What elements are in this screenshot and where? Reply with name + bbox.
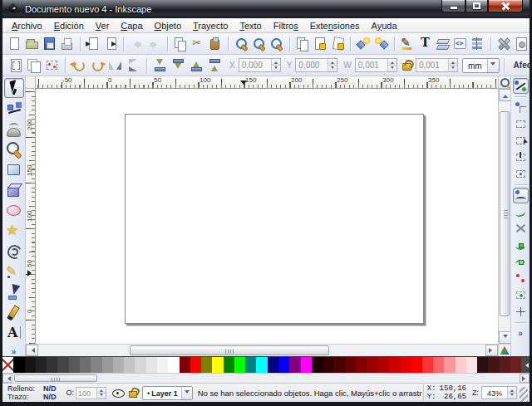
rectangle-button[interactable] xyxy=(4,159,24,179)
palette-swatch[interactable] xyxy=(411,357,421,373)
palette-swatch-none[interactable] xyxy=(2,357,13,373)
zoom-page-button[interactable] xyxy=(268,35,284,53)
sticky-zoom-button[interactable] xyxy=(499,76,510,89)
palette-swatch[interactable] xyxy=(456,357,466,373)
unit-dropdown-button[interactable] xyxy=(487,59,499,72)
palette-swatch[interactable] xyxy=(301,357,312,373)
horizontal-scroll-track[interactable] xyxy=(38,345,485,356)
raise-to-top-button[interactable] xyxy=(206,56,224,75)
menu-edicion[interactable]: Edición xyxy=(48,19,90,32)
menu-capa[interactable]: Capa xyxy=(115,19,148,32)
height-spinner[interactable] xyxy=(448,59,457,71)
selector-button[interactable] xyxy=(4,78,24,98)
snap-object-centers-button[interactable] xyxy=(513,287,529,303)
ungroup-button[interactable] xyxy=(372,35,389,53)
bezier-pen-button[interactable] xyxy=(4,282,24,302)
snap-bbox-button[interactable] xyxy=(513,100,529,115)
palette-swatch[interactable] xyxy=(312,357,323,373)
snap-smooth-nodes-button[interactable] xyxy=(513,254,529,270)
palette-swatch[interactable] xyxy=(256,357,267,373)
palette-swatch[interactable] xyxy=(91,357,101,373)
box3d-button[interactable] xyxy=(4,180,24,200)
save-document-button[interactable] xyxy=(41,35,57,53)
color-managed-view-button[interactable] xyxy=(499,344,510,356)
inkscape-preferences-button[interactable] xyxy=(495,35,512,53)
palette-overflow-button[interactable] xyxy=(521,357,530,373)
zoom-selection-button[interactable] xyxy=(233,35,249,53)
flip-horizontal-button[interactable] xyxy=(106,56,124,75)
palette-scroll-track[interactable] xyxy=(12,374,520,383)
flip-vertical-button[interactable] xyxy=(125,56,142,75)
menu-ver[interactable]: Ver xyxy=(90,19,116,32)
palette-swatch[interactable] xyxy=(444,357,455,373)
width-field[interactable]: 0,001 xyxy=(355,58,397,72)
import-button[interactable] xyxy=(85,35,101,53)
undo-button[interactable] xyxy=(128,35,145,53)
palette-swatch[interactable] xyxy=(356,357,367,373)
palette-swatch[interactable] xyxy=(367,357,377,373)
x-field[interactable]: 0,000 xyxy=(239,58,281,72)
palette-swatch[interactable] xyxy=(500,357,510,373)
opacity-field[interactable]: 100 xyxy=(76,387,106,399)
text-button[interactable] xyxy=(4,323,24,343)
fill-stroke-dialog-button[interactable] xyxy=(399,35,416,53)
calligraphy-button[interactable] xyxy=(4,303,24,323)
snap-cusp-nodes-button[interactable] xyxy=(513,237,529,253)
palette-swatch[interactable] xyxy=(333,357,344,373)
unlink-clone-button[interactable] xyxy=(329,35,346,53)
open-document-button[interactable] xyxy=(23,35,40,53)
palette-swatch[interactable] xyxy=(268,357,278,373)
snap-rotation-centers-button[interactable] xyxy=(513,304,529,320)
layer-lock-icon[interactable] xyxy=(127,387,138,399)
palette-scroll-thumb[interactable] xyxy=(14,374,97,382)
unit-selector[interactable]: mm xyxy=(462,58,500,73)
lower-button[interactable] xyxy=(170,56,187,75)
spiral-button[interactable] xyxy=(4,242,24,262)
snap-midpoints-button[interactable] xyxy=(513,271,529,286)
minimize-button[interactable] xyxy=(441,0,466,12)
scroll-down-button[interactable] xyxy=(499,331,511,344)
menu-objeto[interactable]: Objeto xyxy=(149,19,187,32)
vertical-ruler[interactable]: 200150100500 xyxy=(26,89,36,344)
snap-nodes-button[interactable] xyxy=(513,188,529,203)
print-button[interactable] xyxy=(59,35,76,53)
zoom-field[interactable]: 43% xyxy=(481,386,517,399)
document-page[interactable] xyxy=(125,114,424,324)
document-properties-button[interactable] xyxy=(513,35,530,53)
palette-swatch[interactable] xyxy=(488,357,499,373)
y-spinner[interactable] xyxy=(328,59,337,71)
width-spinner[interactable] xyxy=(387,59,397,71)
height-field[interactable]: 0,001 xyxy=(416,58,458,72)
palette-swatch[interactable] xyxy=(80,357,91,373)
zoom-button[interactable] xyxy=(4,139,24,159)
palette-swatch[interactable] xyxy=(124,357,135,373)
maximize-button[interactable] xyxy=(466,0,488,12)
palette-swatch[interactable] xyxy=(102,357,113,373)
menu-filtros[interactable]: Filtros xyxy=(268,19,304,32)
snap-bbox-edges-button[interactable] xyxy=(513,116,529,132)
palette-swatch[interactable] xyxy=(278,357,289,373)
new-document-button[interactable] xyxy=(6,35,22,53)
vertical-scroll-thumb[interactable] xyxy=(500,111,510,316)
deselect-button[interactable] xyxy=(43,56,61,75)
scroll-right-button[interactable] xyxy=(485,345,498,356)
toolbox-overflow-chevron[interactable]: » xyxy=(12,347,17,356)
canvas[interactable] xyxy=(36,89,498,344)
scroll-up-button[interactable] xyxy=(499,89,511,101)
palette-swatch[interactable] xyxy=(323,357,333,373)
node-button[interactable] xyxy=(4,99,24,119)
palette-swatch[interactable] xyxy=(113,357,124,373)
palette-swatch[interactable] xyxy=(146,357,157,373)
palette-swatch[interactable] xyxy=(510,357,521,373)
palette-swatch[interactable] xyxy=(234,357,245,373)
resize-grip[interactable] xyxy=(520,387,528,402)
horizontal-scroll-thumb[interactable] xyxy=(130,345,329,355)
cut-button[interactable] xyxy=(190,35,206,53)
palette-swatch[interactable] xyxy=(36,357,47,373)
palette-swatch[interactable] xyxy=(289,357,300,373)
snap-bbox-midpoints-button[interactable] xyxy=(513,149,529,165)
palette-swatch[interactable] xyxy=(224,357,234,373)
palette-swatch[interactable] xyxy=(400,357,411,373)
palette-swatch[interactable] xyxy=(466,357,477,373)
menu-texto[interactable]: Texto xyxy=(234,19,267,32)
